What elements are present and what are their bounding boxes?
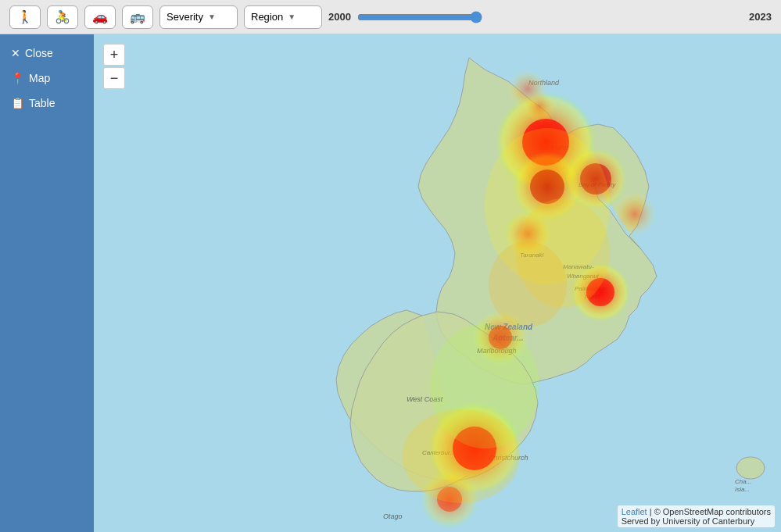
nz-map-svg: Northland Auckland Bay of Plenty Taranak… (94, 34, 781, 532)
university-attribution: Served by University of Canterbury (622, 516, 755, 526)
svg-point-38 (489, 241, 567, 327)
zoom-controls: + − (103, 44, 125, 89)
map-label: Map (29, 72, 50, 84)
zoom-in-button[interactable]: + (103, 44, 125, 66)
region-dropdown[interactable]: Region ▼ (244, 5, 322, 29)
svg-point-40 (403, 409, 520, 503)
sidebar-item-close[interactable]: ✕ Close (0, 41, 94, 66)
zoom-out-button[interactable]: − (103, 67, 125, 89)
car-button[interactable]: 🚗 (84, 5, 116, 29)
map-icon: 📍 (11, 72, 24, 84)
sidebar-item-map[interactable]: 📍 Map (0, 66, 94, 91)
svg-point-31 (613, 192, 657, 236)
year-slider-container (357, 11, 743, 23)
close-label: Close (25, 47, 53, 59)
map-area: + − (94, 34, 781, 532)
svg-point-15 (736, 457, 765, 479)
map-attribution: Leaflet | © OpenStreetMap contributors S… (618, 505, 775, 527)
year-slider[interactable] (357, 11, 482, 23)
severity-arrow-icon: ▼ (208, 12, 216, 21)
region-label: Region (251, 11, 283, 23)
svg-text:Isla...: Isla... (735, 486, 750, 493)
bus-button[interactable]: 🚌 (122, 5, 153, 29)
severity-dropdown[interactable]: Severity ▼ (159, 5, 238, 29)
sidebar: ✕ Close 📍 Map 📋 Table (0, 34, 94, 532)
toolbar: 🚶 🚴 🚗 🚌 Severity ▼ Region ▼ 2000 2023 (0, 0, 781, 34)
table-label: Table (29, 97, 55, 109)
svg-text:Otago: Otago (383, 512, 403, 520)
svg-point-33 (524, 91, 555, 122)
year-start-label: 2000 (328, 11, 351, 23)
severity-label: Severity (167, 11, 203, 23)
bicycle-button[interactable]: 🚴 (47, 5, 78, 29)
pedestrian-button[interactable]: 🚶 (9, 5, 41, 29)
svg-text:Cha...: Cha... (735, 478, 751, 485)
map-background[interactable]: + − (94, 34, 781, 532)
table-icon: 📋 (11, 97, 24, 109)
close-icon: ✕ (11, 47, 20, 59)
osm-attribution: | © OpenStreetMap contributors (650, 507, 771, 516)
leaflet-link[interactable]: Leaflet (622, 507, 647, 516)
year-end-label: 2023 (749, 11, 772, 23)
region-arrow-icon: ▼ (288, 12, 296, 21)
sidebar-item-table[interactable]: 📋 Table (0, 91, 94, 116)
